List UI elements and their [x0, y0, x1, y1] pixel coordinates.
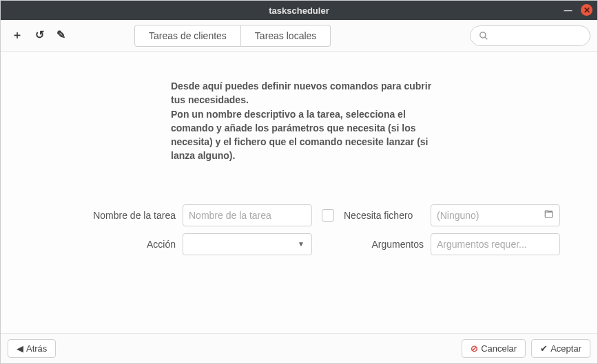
titlebar: taskscheduler — ✕ [1, 1, 597, 20]
svg-point-0 [480, 32, 486, 37]
toolbar-icons: ＋ ↺ ✎ [8, 28, 65, 43]
task-name-input[interactable] [183, 204, 312, 226]
back-button-label: Atrás [26, 343, 47, 354]
bottombar: ◀ Atrás ⊘ Cancelar ✔ Aceptar [1, 333, 597, 363]
svg-line-1 [485, 36, 488, 39]
close-button[interactable]: ✕ [581, 4, 592, 16]
arguments-label: Argumentos [344, 239, 426, 250]
toolbar-right [470, 25, 590, 46]
accept-button[interactable]: ✔ Aceptar [531, 339, 590, 358]
task-name-label: Nombre de la tarea [14, 210, 178, 221]
window-title: taskscheduler [269, 6, 329, 16]
file-chooser[interactable]: (Ninguno) [431, 204, 560, 226]
tab-client-tasks[interactable]: Tareas de clientes [134, 25, 241, 47]
file-placeholder: (Ninguno) [437, 210, 479, 221]
minimize-button[interactable]: — [562, 4, 574, 16]
action-select[interactable]: ▼ [183, 233, 312, 255]
tab-local-tasks[interactable]: Tareas locales [241, 25, 331, 47]
toolbar: ＋ ↺ ✎ Tareas de clientes Tareas locales [1, 20, 597, 52]
edit-icon[interactable]: ✎ [56, 28, 65, 43]
search-icon [479, 31, 488, 41]
bottombar-right: ⊘ Cancelar ✔ Aceptar [462, 339, 590, 358]
check-icon: ✔ [540, 343, 548, 354]
content: Desde aquí puedes definir nuevos comando… [1, 52, 597, 333]
chevron-down-icon: ▼ [298, 240, 305, 248]
description-text: Desde aquí puedes definir nuevos comando… [161, 79, 437, 163]
search-input[interactable] [470, 25, 590, 46]
folder-icon [544, 209, 554, 221]
needs-file-checkbox[interactable] [322, 209, 334, 222]
action-label: Acción [14, 239, 178, 250]
cancel-button-label: Cancelar [481, 343, 517, 354]
arguments-input[interactable] [431, 233, 560, 255]
arrow-left-icon: ◀ [17, 343, 23, 354]
prohibit-icon: ⊘ [471, 343, 478, 354]
refresh-icon[interactable]: ↺ [35, 28, 44, 43]
accept-button-label: Aceptar [550, 343, 581, 354]
back-button[interactable]: ◀ Atrás [8, 339, 56, 358]
form: Nombre de la tarea Necesita fichero (Nin… [14, 204, 584, 255]
plus-icon[interactable]: ＋ [12, 28, 23, 43]
needs-file-label: Necesita fichero [344, 210, 426, 221]
tabs: Tareas de clientes Tareas locales [134, 25, 331, 47]
cancel-button[interactable]: ⊘ Cancelar [462, 339, 526, 358]
